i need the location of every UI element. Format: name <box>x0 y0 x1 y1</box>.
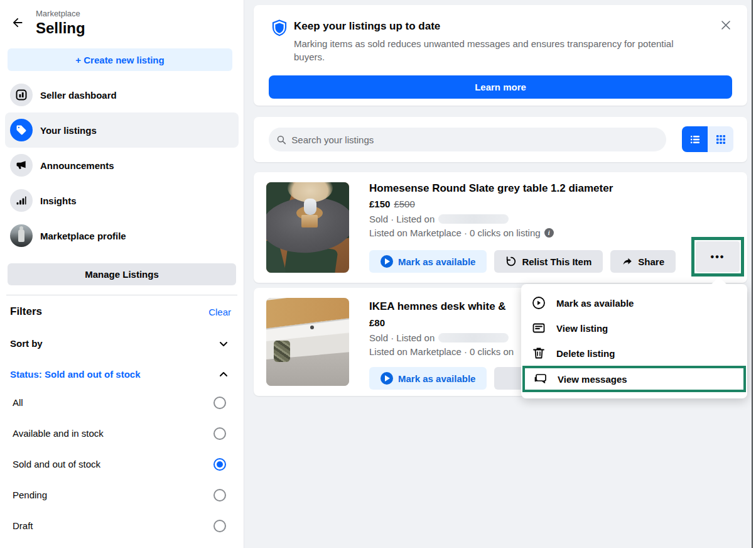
listing-status: Sold · Listed on <box>369 214 435 224</box>
radio-unchecked[interactable] <box>213 489 226 501</box>
menu-item-view-messages[interactable]: View messages <box>522 366 746 392</box>
chevron-up-icon <box>219 370 229 380</box>
menu-item-delete-listing[interactable]: Delete listing <box>521 341 747 366</box>
grid-view-button[interactable] <box>708 126 733 152</box>
share-icon <box>622 256 633 267</box>
more-options-button[interactable]: ••• <box>696 241 740 272</box>
trash-icon <box>531 346 546 361</box>
sidebar-item-label: Your listings <box>40 125 97 136</box>
status-filter-accordion[interactable]: Status: Sold and out of stock <box>0 369 244 380</box>
banner-body: Marking items as sold reduces unwanted m… <box>294 37 689 63</box>
sidebar-item-label: Announcements <box>40 160 114 171</box>
listing-card-table: Homesense Round Slate grey table 1.2 dia… <box>254 172 747 283</box>
status-option-all[interactable]: All <box>0 387 244 418</box>
close-icon[interactable] <box>717 16 735 34</box>
sidebar-nav: Seller dashboard Your listings Announcem… <box>0 71 244 253</box>
status-option-sold[interactable]: Sold and out of stock <box>0 449 244 480</box>
relist-button[interactable]: Relist This Item <box>494 250 603 273</box>
mark-as-available-button[interactable]: Mark as available <box>369 367 487 390</box>
chat-bubbles-icon <box>532 371 548 386</box>
search-input[interactable] <box>291 134 659 145</box>
tag-icon <box>10 119 33 141</box>
relist-icon <box>505 256 517 267</box>
list-view-icon <box>689 133 701 146</box>
sidebar-item-insights[interactable]: Insights <box>5 183 239 218</box>
shield-icon <box>270 19 289 38</box>
listing-thumbnail[interactable] <box>266 182 349 273</box>
listing-title[interactable]: Homesense Round Slate grey table 1.2 dia… <box>369 182 613 195</box>
insights-icon <box>10 189 33 212</box>
listing-thumbnail[interactable] <box>266 298 349 386</box>
radio-unchecked[interactable] <box>213 520 226 532</box>
adjacent-window-edge <box>752 0 756 548</box>
play-icon <box>381 372 393 385</box>
grid-view-icon <box>715 133 727 146</box>
megaphone-icon <box>10 154 33 177</box>
listing-price: £80 <box>369 317 385 328</box>
listing-meta: Listed on Marketplace · 0 clicks on <box>369 346 514 357</box>
divider <box>6 295 237 295</box>
context-menu: Mark as available View listing Delete li… <box>521 284 747 398</box>
profile-avatar <box>10 224 33 247</box>
radio-unchecked[interactable] <box>213 427 226 440</box>
chevron-down-icon <box>219 339 229 349</box>
learn-more-button[interactable]: Learn more <box>269 75 732 99</box>
clear-filters-link[interactable]: Clear <box>208 307 231 317</box>
manage-listings-button[interactable]: Manage Listings <box>8 263 236 285</box>
banner-title: Keep your listings up to date <box>294 20 440 33</box>
radio-unchecked[interactable] <box>213 397 226 409</box>
search-input-wrapper[interactable] <box>269 128 666 151</box>
dashboard-icon <box>10 84 33 106</box>
breadcrumb: Marketplace <box>36 9 234 18</box>
sidebar-item-seller-dashboard[interactable]: Seller dashboard <box>5 77 239 112</box>
search-icon <box>276 134 286 145</box>
redacted-text <box>438 333 509 342</box>
sort-by-accordion[interactable]: Sort by <box>0 338 244 349</box>
listing-status: Sold · Listed on <box>369 332 435 343</box>
listing-meta: Listed on Marketplace · 0 clicks on list… <box>369 227 541 238</box>
annotation-box-more: ••• <box>691 237 744 277</box>
sort-by-label: Sort by <box>10 338 43 349</box>
update-listings-banner: Keep your listings up to date Marking it… <box>254 5 747 106</box>
back-arrow-icon <box>11 16 24 30</box>
redacted-text <box>438 214 509 224</box>
listing-title[interactable]: IKEA hemnes desk white & <box>369 300 506 313</box>
menu-item-view-listing[interactable]: View listing <box>521 315 747 341</box>
listing-original-price: £500 <box>394 199 414 209</box>
status-option-draft[interactable]: Draft <box>0 510 244 541</box>
sidebar-item-label: Insights <box>40 195 77 206</box>
search-card <box>254 117 747 162</box>
create-new-listing-button[interactable]: + Create new listing <box>8 48 232 71</box>
sidebar-item-your-listings[interactable]: Your listings <box>5 112 239 148</box>
sidebar-header: Marketplace Selling <box>0 0 244 37</box>
menu-item-mark-as-available[interactable]: Mark as available <box>521 290 747 315</box>
sidebar: Marketplace Selling + Create new listing… <box>0 0 244 548</box>
sidebar-item-announcements[interactable]: Announcements <box>5 148 239 183</box>
status-option-available[interactable]: Available and in stock <box>0 418 244 449</box>
status-filter-label: Status: Sold and out of stock <box>10 369 141 380</box>
play-circle-icon <box>531 295 546 310</box>
sidebar-item-marketplace-profile[interactable]: Marketplace profile <box>5 218 239 253</box>
sidebar-item-label: Marketplace profile <box>40 231 126 241</box>
note-icon <box>531 321 546 336</box>
status-option-pending[interactable]: Pending <box>0 480 244 510</box>
back-button[interactable] <box>9 14 26 31</box>
play-icon <box>381 255 393 268</box>
sidebar-item-label: Seller dashboard <box>40 90 117 101</box>
info-icon[interactable]: i <box>544 228 554 238</box>
list-view-button[interactable] <box>682 126 708 152</box>
main-content: Keep your listings up to date Marking it… <box>245 0 756 548</box>
mark-as-available-button[interactable]: Mark as available <box>369 250 487 273</box>
page-title: Selling <box>36 19 234 37</box>
view-toggle <box>682 126 733 152</box>
listing-price: £150 <box>369 199 390 209</box>
status-options: All Available and in stock Sold and out … <box>0 387 244 541</box>
filters-title: Filters <box>10 305 42 318</box>
share-button[interactable]: Share <box>610 250 676 273</box>
radio-checked[interactable] <box>213 458 226 471</box>
